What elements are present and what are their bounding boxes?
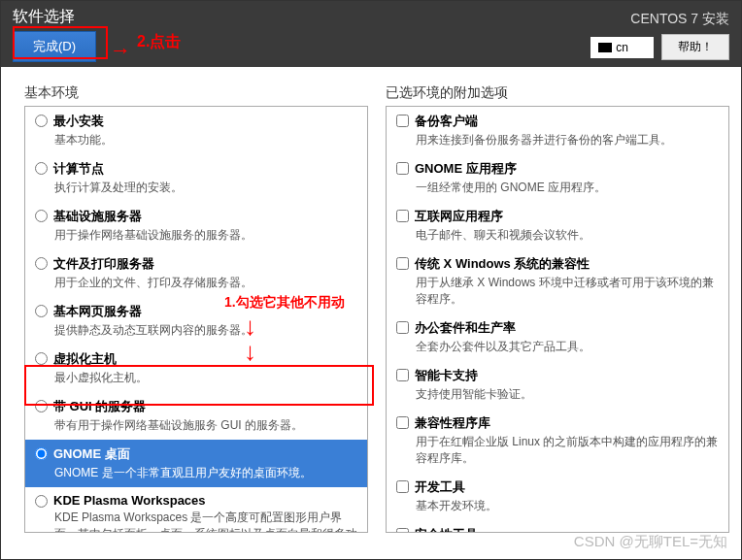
env-label: KDE Plasma Workspaces [53, 493, 206, 508]
env-item[interactable]: 文件及打印服务器用于企业的文件、打印及存储服务器。 [25, 249, 367, 297]
keyboard-icon [598, 43, 612, 52]
addon-label: 互联网应用程序 [415, 208, 503, 225]
addon-desc: 用于在红帽企业版 Linux 的之前版本中构建的应用程序的兼容程序库。 [416, 434, 721, 467]
env-item[interactable]: KDE Plasma WorkspacesKDE Plasma Workspac… [25, 487, 367, 533]
env-desc: KDE Plasma Workspaces 是一个高度可配置图形用户界面，其中包… [54, 510, 359, 533]
env-desc: 基本功能。 [54, 132, 359, 148]
install-title: CENTOS 7 安装 [590, 11, 729, 28]
addon-item[interactable]: 备份客户端用来连接到备份服务器并进行备份的客户端工具。 [387, 107, 728, 154]
addon-item[interactable]: 安全性工具用于完整性和可信验证的安全性工具。 [387, 520, 728, 533]
addon-desc: 用来连接到备份服务器并进行备份的客户端工具。 [416, 132, 721, 148]
addon-checkbox[interactable] [396, 416, 409, 429]
env-desc: 执行计算及处理的安装。 [54, 180, 359, 196]
addon-checkbox[interactable] [396, 480, 409, 493]
addon-checkbox[interactable] [396, 369, 409, 381]
env-desc: 最小虚拟化主机。 [54, 370, 359, 386]
env-item[interactable]: 计算节点执行计算及处理的安装。 [25, 154, 367, 202]
addon-checkbox[interactable] [396, 210, 409, 222]
env-item[interactable]: 基础设施服务器用于操作网络基础设施服务的服务器。 [25, 202, 367, 249]
addon-label: 安全性工具 [415, 526, 478, 533]
env-desc: 用于操作网络基础设施服务的服务器。 [54, 227, 359, 244]
addon-checkbox[interactable] [396, 321, 409, 334]
env-item[interactable]: GNOME 桌面GNOME 是一个非常直观且用户友好的桌面环境。 [25, 440, 367, 487]
env-label: 最小安装 [53, 113, 104, 130]
addon-column: 已选环境的附加选项 备份客户端用来连接到备份服务器并进行备份的客户端工具。GNO… [386, 84, 729, 533]
addon-label: 开发工具 [415, 478, 465, 496]
addon-checkbox[interactable] [396, 528, 409, 533]
addon-item[interactable]: 开发工具基本开发环境。 [387, 473, 728, 520]
env-desc: 用于企业的文件、打印及存储服务器。 [54, 275, 359, 291]
addon-checkbox[interactable] [396, 162, 409, 175]
env-label: GNOME 桌面 [53, 445, 130, 463]
addon-desc: 一组经常使用的 GNOME 应用程序。 [416, 180, 721, 196]
addon-label: 智能卡支持 [415, 367, 478, 384]
base-env-title: 基本环境 [24, 84, 368, 102]
done-button[interactable]: 完成(D) [13, 31, 96, 62]
env-label: 基础设施服务器 [53, 208, 142, 225]
keyboard-layout-indicator[interactable]: cn [590, 37, 654, 58]
header-right: CENTOS 7 安装 cn 帮助！ [590, 7, 729, 60]
addon-desc: 支持使用智能卡验证。 [416, 386, 721, 403]
env-desc: GNOME 是一个非常直观且用户友好的桌面环境。 [54, 465, 359, 481]
addon-title: 已选环境的附加选项 [386, 84, 729, 102]
addon-desc: 基本开发环境。 [416, 498, 721, 514]
addon-item[interactable]: 智能卡支持支持使用智能卡验证。 [387, 361, 728, 409]
env-label: 计算节点 [53, 160, 104, 178]
header-left: 软件选择 完成(D) [13, 7, 96, 62]
lang-code: cn [616, 41, 628, 54]
env-radio[interactable] [35, 305, 48, 317]
page-title: 软件选择 [13, 7, 96, 27]
addon-item[interactable]: 兼容性程序库用于在红帽企业版 Linux 的之前版本中构建的应用程序的兼容程序库… [387, 409, 728, 473]
addon-label: 备份客户端 [415, 113, 478, 130]
env-radio[interactable] [35, 115, 48, 127]
env-item[interactable]: 基本网页服务器提供静态及动态互联网内容的服务器。 [25, 297, 367, 345]
addon-checkbox[interactable] [396, 115, 409, 127]
env-label: 基本网页服务器 [53, 303, 142, 320]
addon-label: 兼容性程序库 [415, 414, 490, 432]
content-area: 基本环境 最小安装基本功能。计算节点执行计算及处理的安装。基础设施服务器用于操作… [1, 67, 741, 533]
env-radio[interactable] [35, 257, 48, 270]
addon-desc: 全套办公套件以及其它产品工具。 [416, 339, 721, 355]
header-bar: 软件选择 完成(D) CENTOS 7 安装 cn 帮助！ [1, 1, 741, 67]
addon-list[interactable]: 备份客户端用来连接到备份服务器并进行备份的客户端工具。GNOME 应用程序一组经… [386, 106, 729, 533]
watermark: CSDN @无聊TEL=无知 [574, 533, 727, 551]
addon-label: GNOME 应用程序 [415, 160, 517, 178]
env-item[interactable]: 最小安装基本功能。 [25, 107, 367, 154]
env-label: 文件及打印服务器 [53, 255, 154, 273]
addon-item[interactable]: 传统 X Windows 系统的兼容性用于从继承 X Windows 环境中迁移… [387, 249, 728, 313]
help-button[interactable]: 帮助！ [661, 34, 729, 60]
env-radio[interactable] [35, 210, 48, 222]
addon-item[interactable]: 办公套件和生产率全套办公套件以及其它产品工具。 [387, 313, 728, 361]
env-label: 带 GUI 的服务器 [53, 398, 146, 415]
env-item[interactable]: 虚拟化主机最小虚拟化主机。 [25, 345, 367, 392]
addon-checkbox[interactable] [396, 257, 409, 270]
addon-label: 传统 X Windows 系统的兼容性 [415, 255, 590, 273]
addon-label: 办公套件和生产率 [415, 319, 516, 337]
env-radio[interactable] [35, 162, 48, 175]
addon-desc: 电子邮件、聊天和视频会议软件。 [416, 227, 721, 244]
base-env-list[interactable]: 最小安装基本功能。计算节点执行计算及处理的安装。基础设施服务器用于操作网络基础设… [24, 106, 368, 533]
env-radio[interactable] [35, 447, 48, 460]
base-env-column: 基本环境 最小安装基本功能。计算节点执行计算及处理的安装。基础设施服务器用于操作… [24, 84, 368, 533]
env-radio[interactable] [35, 352, 48, 365]
addon-item[interactable]: GNOME 应用程序一组经常使用的 GNOME 应用程序。 [387, 154, 728, 202]
env-desc: 带有用于操作网络基础设施服务 GUI 的服务器。 [54, 417, 359, 434]
addon-desc: 用于从继承 X Windows 环境中迁移或者可用于该环境的兼容程序。 [416, 275, 721, 308]
env-radio[interactable] [35, 400, 48, 412]
header-controls: cn 帮助！ [590, 34, 729, 60]
addon-item[interactable]: 互联网应用程序电子邮件、聊天和视频会议软件。 [387, 202, 728, 249]
env-radio[interactable] [35, 495, 48, 508]
env-desc: 提供静态及动态互联网内容的服务器。 [54, 322, 359, 339]
env-item[interactable]: 带 GUI 的服务器带有用于操作网络基础设施服务 GUI 的服务器。 [25, 392, 367, 440]
env-label: 虚拟化主机 [53, 350, 117, 368]
